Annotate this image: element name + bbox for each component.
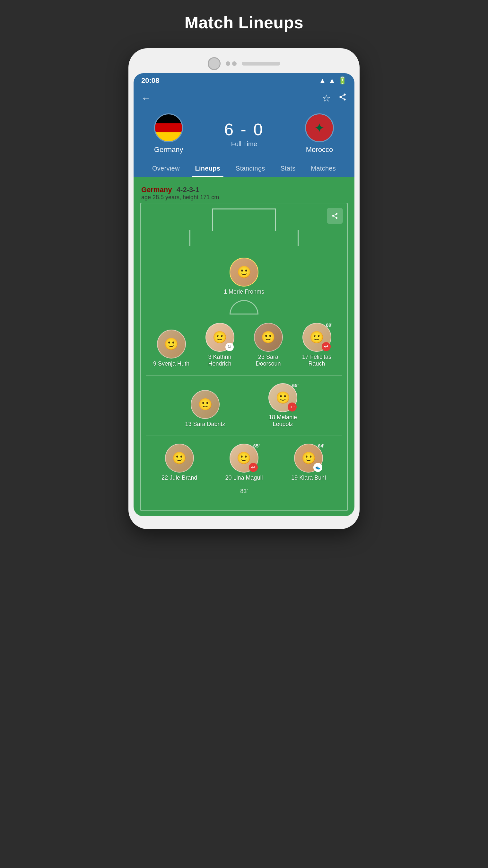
germany-flag xyxy=(154,114,183,142)
score-center: 6 - 0 Full Time xyxy=(224,120,264,148)
player-name: 9 Svenja Huth xyxy=(153,361,189,368)
player-avatar: 🙂 xyxy=(191,390,220,419)
player-avatar-wrap: 🙂 xyxy=(230,258,258,286)
player-avatar-wrap: 🙂 xyxy=(157,330,186,359)
formation-team-name: Germany xyxy=(141,186,172,194)
player-item: 🙂 23 Sara Doorsoun xyxy=(248,323,289,368)
player-avatar: 🙂 xyxy=(157,330,186,359)
back-button[interactable]: ← xyxy=(141,93,151,104)
sub-out-badge: ↩ xyxy=(322,342,331,351)
player-avatar: 🙂 xyxy=(165,444,194,472)
player-item: 🙂 9 Svenja Huth xyxy=(151,330,192,368)
phone-dot xyxy=(226,61,230,66)
phone-dots xyxy=(226,61,237,66)
phone-speaker xyxy=(242,62,280,65)
battery-icon: 🔋 xyxy=(338,76,347,85)
tab-stats[interactable]: Stats xyxy=(277,160,299,177)
player-item: 65' 🙂 ↩ 20 Lina Magull xyxy=(223,444,265,482)
attack-row: 🙂 22 Jule Brand 65' 🙂 ↩ xyxy=(141,440,347,485)
player-avatar: 🙂 xyxy=(254,323,283,352)
midfield-row: 🙂 13 Sara Dabritz 65' 🙂 ↩ xyxy=(141,380,347,431)
player-avatar-wrap: 89' 🙂 ↩ xyxy=(302,323,331,352)
player-avatar: 🙂 xyxy=(230,258,258,286)
away-team: ✦ Morocco xyxy=(305,114,334,154)
player-name: 13 Sara Dabritz xyxy=(185,421,225,428)
minute-badge: 89' xyxy=(326,322,332,328)
phone-camera xyxy=(208,57,221,70)
player-item: 🙂 13 Sara Dabritz xyxy=(184,390,226,428)
sub-out-badge: ↩ xyxy=(288,403,297,411)
minute-badge: 64' xyxy=(318,443,324,448)
soccer-field: 🙂 1 Merle Frohms xyxy=(140,203,348,511)
field-share-button[interactable] xyxy=(327,208,343,224)
tab-lineups[interactable]: Lineups xyxy=(192,160,223,177)
minute-badge: 65' xyxy=(253,443,260,448)
player-name: 19 Klara Buhl xyxy=(291,474,326,482)
player-avatar-wrap: 65' 🙂 ↩ xyxy=(230,444,258,472)
player-face: 🙂 xyxy=(237,265,251,279)
phone-mockup: 20:08 ▲ ▲ 🔋 ← ☆ xyxy=(128,48,360,529)
player-name: 1 Merle Frohms xyxy=(224,288,264,296)
header-icons-right: ☆ xyxy=(322,93,347,104)
app-header: ← ☆ xyxy=(134,88,354,177)
player-item: 64' 🙂 👟 19 Klara Buhl xyxy=(288,444,329,482)
tab-matches[interactable]: Matches xyxy=(307,160,339,177)
boots-badge: 👟 xyxy=(313,463,322,472)
status-icons: ▲ ▲ 🔋 xyxy=(319,76,347,85)
player-name: 22 Jule Brand xyxy=(162,474,197,482)
match-status: Full Time xyxy=(231,141,257,148)
bottom-bar: 83' xyxy=(141,485,347,500)
player-avatar-wrap: 🙂 xyxy=(254,323,283,352)
home-team: Germany xyxy=(154,114,183,154)
player-avatar-wrap: 65' 🙂 ↩ xyxy=(268,383,297,412)
player-name: 3 Kathrin Hendrich xyxy=(199,354,241,368)
player-item: 🙂 © 3 Kathrin Hendrich xyxy=(199,323,241,368)
morocco-flag: ✦ xyxy=(305,114,334,142)
tab-overview[interactable]: Overview xyxy=(149,160,183,177)
player-item: 🙂 22 Jule Brand xyxy=(159,444,200,482)
forward-note: 83' xyxy=(240,488,248,495)
player-name: 20 Lina Magull xyxy=(225,474,263,482)
formation-header: Germany 4-2-3-1 age 28.5 years, height 1… xyxy=(140,182,348,203)
signal-icon: ▲ xyxy=(328,76,335,85)
home-team-name: Germany xyxy=(154,146,183,154)
phone-dot xyxy=(232,61,237,66)
phone-notch xyxy=(134,57,354,70)
app-header-top: ← ☆ xyxy=(141,93,347,104)
tabs-container: Overview Lineups Standings Stats Matches xyxy=(141,160,347,177)
defense-row: 🙂 9 Svenja Huth 🙂 © xyxy=(141,320,347,371)
player-name: 23 Sara Doorsoun xyxy=(248,354,289,368)
player-name: 17 Felicitas Rauch xyxy=(296,354,338,368)
phone-screen: 20:08 ▲ ▲ 🔋 ← ☆ xyxy=(134,73,354,516)
goalkeeper-row: 🙂 1 Merle Frohms xyxy=(141,248,347,299)
away-team-name: Morocco xyxy=(306,146,333,154)
player-avatar-wrap: 🙂 © xyxy=(205,323,234,352)
player-name: 18 Melanie Leupolz xyxy=(262,414,304,428)
player-item: 🙂 1 Merle Frohms xyxy=(223,258,265,296)
player-avatar-wrap: 🙂 xyxy=(191,390,220,419)
formation-info: age 28.5 years, height 171 cm xyxy=(141,194,219,200)
player-item: 65' 🙂 ↩ 18 Melanie Leupolz xyxy=(262,383,304,428)
field-container: Germany 4-2-3-1 age 28.5 years, height 1… xyxy=(134,177,354,516)
score-section: Germany 6 - 0 Full Time ✦ Morocco xyxy=(141,110,347,160)
favorite-button[interactable]: ☆ xyxy=(322,93,331,104)
status-bar: 20:08 ▲ ▲ 🔋 xyxy=(134,73,354,88)
captain-badge: © xyxy=(225,343,234,351)
player-avatar-wrap: 🙂 xyxy=(165,444,194,472)
share-button[interactable] xyxy=(338,93,347,104)
player-item: 89' 🙂 ↩ 17 Felicitas Rauch xyxy=(296,323,338,368)
minute-badge: 65' xyxy=(292,382,299,388)
score: 6 - 0 xyxy=(224,120,264,139)
player-avatar-wrap: 64' 🙂 👟 xyxy=(294,444,323,472)
page-title: Match Lineups xyxy=(185,13,304,32)
status-time: 20:08 xyxy=(141,76,159,85)
tab-standings[interactable]: Standings xyxy=(232,160,268,177)
formation-code: 4-2-3-1 xyxy=(176,186,199,194)
sub-out-badge: ↩ xyxy=(249,463,258,472)
wifi-icon: ▲ xyxy=(319,76,326,85)
